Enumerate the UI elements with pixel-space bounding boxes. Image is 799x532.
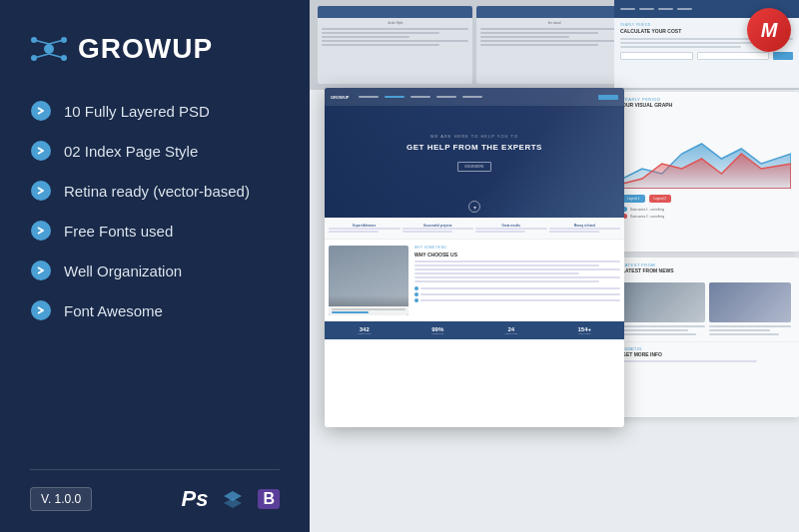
news-line [709,333,779,335]
graph-legend: Data series 1 - something Data series 2 … [614,205,799,221]
news-lines-2 [709,325,792,335]
strip-line [480,32,598,34]
news-items [614,278,799,339]
content-lines [414,261,620,282]
hero-big-text: GET HELP FROM THE EXPERTS [406,143,542,153]
counter-label-2: Satisfied rate [402,332,474,334]
nav-line [677,8,692,10]
brand-watermark-badge: M [747,8,791,52]
content-heading: WHY CHOOSE US [414,252,620,258]
strip-page-header-2 [476,6,631,18]
graph-title: OUR VISUAL GRAPH [622,102,791,108]
svg-point-9 [31,101,51,121]
legend-item-2: Data series 2 - something [622,214,791,219]
svg-marker-16 [224,498,242,508]
chevron-circle-icon-6 [30,299,52,321]
nav-line [658,8,673,10]
mockup-stats-row: Expert Advisors Successful projects Grea… [325,218,624,240]
hero-small-text: WE ARE HERE TO HELP YOU TO [406,134,542,139]
hero-scroll-arrow: ▾ [468,201,480,213]
news-line [709,325,792,327]
content-line [414,261,620,263]
content-image [329,246,408,315]
bottom-bar: V. 1.0.0 Ps B [30,469,280,512]
news-line [709,329,771,331]
contact-section-hint: CONTACT US GET MORE INFO [614,341,799,367]
mockup-nav: GROWUP [325,88,624,106]
graph-btn-1: Legend 1 [622,195,645,203]
nav-line [620,8,635,10]
news-header: LATEST FROM LATEST FROM NEWS [614,258,799,278]
news-item-2 [709,282,792,335]
nav-item [462,96,482,98]
counter-label-4: Cases Closed [549,332,621,334]
svg-point-13 [31,261,51,280]
stat-box-3: Great results [475,224,547,233]
nav-item [436,96,456,98]
chevron-circle-icon-5 [30,260,52,281]
feature-item-5: Well Organization [30,260,280,281]
strip-line [480,28,627,30]
calculate-submit-button [773,52,793,60]
svg-point-10 [31,141,51,161]
features-list: 10 Fully Layered PSD 02 Index Page Style… [30,100,280,459]
rmt-line [620,46,741,48]
calculate-form [620,52,793,60]
content-line [414,265,599,266]
stat-box-2: Successful projects [402,224,474,233]
news-line [622,333,696,335]
content-line [414,276,620,278]
content-line [414,280,599,282]
strip-line [322,28,468,30]
hero-cta-button: KNOW MORE [457,162,490,172]
news-line [622,329,688,331]
strip-line [480,40,627,42]
tool-icons: Ps B [182,486,280,512]
chevron-circle-icon-4 [30,220,52,242]
graph-btn-2: Legend 2 [649,195,672,203]
layers-icon [222,488,244,510]
chevron-circle-icon-2 [30,140,52,162]
feature-item-6: Font Awesome [30,299,280,321]
strip-line [322,36,409,38]
watermark-letter: M [761,20,778,40]
graph-header: YEARLY PERIOD OUR VISUAL GRAPH [614,92,799,113]
nav-item [359,96,379,98]
counter-label-3: Awards wining [475,332,547,334]
graph-legend-buttons: Legend 1 Legend 2 [614,193,799,205]
news-lines-1 [622,325,705,335]
news-title: LATEST FROM NEWS [622,267,791,273]
strip-page-body-2: the visual [476,18,631,51]
svg-line-6 [49,40,64,44]
rmt-line [620,42,767,44]
strip-line [480,44,598,46]
counter-label-1: Trusted Clients [329,332,400,334]
strip-line [480,36,568,38]
calculate-input-1 [620,52,693,60]
mockup-hero: GROWUP WE ARE HERE TO HELP YOU TO GET HE… [325,88,624,218]
counter-1: 342 Trusted Clients [329,326,400,334]
counter-3: 24 Awards wining [475,326,547,334]
main-mockup: GROWUP WE ARE HERE TO HELP YOU TO GET HE… [325,88,624,427]
legend-item-1: Data series 1 - something [622,207,791,212]
strip-page-2: the visual [476,6,631,84]
nav-item [410,96,430,98]
svg-line-8 [49,54,64,58]
feature-item-1: 10 Fully Layered PSD [30,100,280,122]
calculate-input-2 [697,52,770,60]
left-panel: GROWUP 10 Fully Layered PSD 02 Index Pag… [0,0,310,532]
svg-point-11 [31,181,51,201]
svg-point-14 [31,300,51,320]
brand-name: GROWUP [78,33,213,65]
area-chart [622,124,791,189]
feature-item-3: Retina ready (vector-based) [30,180,280,202]
svg-point-12 [31,221,51,241]
graph-panel: YEARLY PERIOD OUR VISUAL GRAPH [614,92,799,252]
strip-page-body-1: Justin Style [318,18,472,51]
nav-item [385,96,404,98]
graph-chart-area [614,113,799,193]
content-text-area: WHY SOMETHING WHY CHOOSE US [414,246,620,315]
stat-box-1: Expert Advisors [329,224,400,233]
counter-4: 154+ Cases Closed [549,326,621,334]
bootstrap-icon: B [258,489,280,509]
